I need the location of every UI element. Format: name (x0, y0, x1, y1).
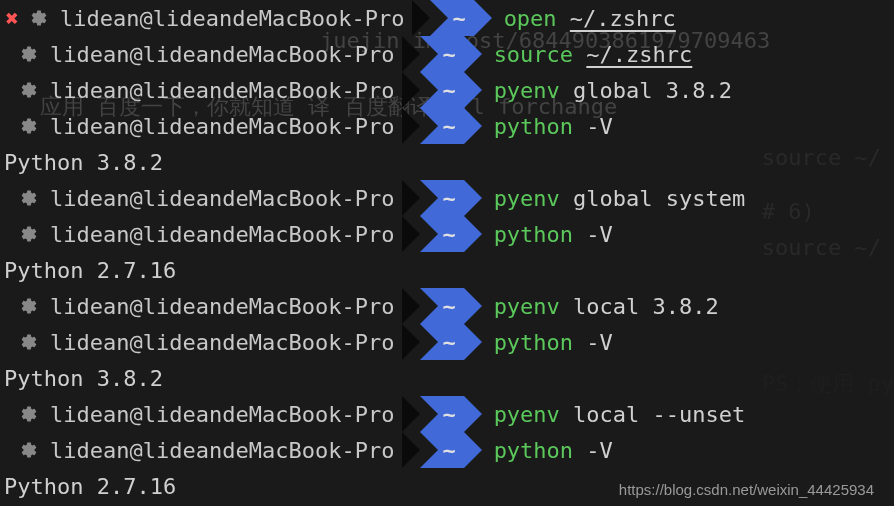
prompt-dir: ~ (438, 432, 463, 468)
command-output: Python 3.8.2 (0, 366, 163, 391)
prompt-dir: ~ (438, 216, 463, 252)
command-name: source (494, 42, 573, 67)
gear-icon (14, 225, 44, 243)
gear-icon (14, 117, 44, 135)
prompt-arrow: ~ (402, 432, 463, 468)
prompt-dir: ~ (438, 72, 463, 108)
terminal-line: lidean@lideandeMacBook-Pro~source ~/.zsh… (0, 36, 894, 72)
gear-icon (14, 45, 44, 63)
terminal-output[interactable]: ✖lidean@lideandeMacBook-Pro~open ~/.zshr… (0, 0, 894, 504)
prompt-dir: ~ (448, 0, 473, 36)
prompt-dir: ~ (438, 36, 463, 72)
gear-icon (14, 441, 44, 459)
gear-icon (14, 405, 44, 423)
prompt-dir: ~ (438, 108, 463, 144)
command-name: open (504, 6, 557, 31)
prompt-arrow: ~ (402, 324, 463, 360)
prompt-arrow: ~ (412, 0, 473, 36)
prompt-user-host: lidean@lideandeMacBook-Pro (50, 114, 394, 139)
command: python -V (494, 438, 613, 463)
terminal-line: Python 3.8.2 (0, 144, 894, 180)
prompt-user-host: lidean@lideandeMacBook-Pro (50, 402, 394, 427)
command-arg: ~/.zshrc (586, 42, 692, 67)
prompt-arrow: ~ (402, 108, 463, 144)
terminal-line: lidean@lideandeMacBook-Pro~pyenv global … (0, 72, 894, 108)
command-arg: -V (586, 222, 613, 247)
prompt-arrow: ~ (402, 180, 463, 216)
command-name: pyenv (494, 294, 560, 319)
command: pyenv local 3.8.2 (494, 294, 719, 319)
command-output: Python 3.8.2 (0, 150, 163, 175)
watermark: https://blog.csdn.net/weixin_44425934 (619, 481, 874, 498)
command: open ~/.zshrc (504, 6, 676, 31)
command: pyenv global 3.8.2 (494, 78, 732, 103)
gear-icon (14, 333, 44, 351)
terminal-line: lidean@lideandeMacBook-Pro~pyenv global … (0, 180, 894, 216)
prompt-user-host: lidean@lideandeMacBook-Pro (60, 6, 404, 31)
prompt-dir: ~ (438, 396, 463, 432)
command-name: python (494, 114, 573, 139)
gear-icon (14, 81, 44, 99)
terminal-line: lidean@lideandeMacBook-Pro~python -V (0, 432, 894, 468)
gear-icon (14, 189, 44, 207)
terminal-line: lidean@lideandeMacBook-Pro~python -V (0, 108, 894, 144)
command-name: pyenv (494, 78, 560, 103)
command: python -V (494, 114, 613, 139)
prompt-user-host: lidean@lideandeMacBook-Pro (50, 222, 394, 247)
prompt-user-host: lidean@lideandeMacBook-Pro (50, 78, 394, 103)
terminal-line: lidean@lideandeMacBook-Pro~pyenv local -… (0, 396, 894, 432)
command: python -V (494, 222, 613, 247)
prompt-arrow: ~ (402, 288, 463, 324)
command-arg: -V (586, 330, 613, 355)
command: python -V (494, 330, 613, 355)
close-icon: ✖ (2, 6, 22, 31)
prompt-user-host: lidean@lideandeMacBook-Pro (50, 186, 394, 211)
command-name: pyenv (494, 402, 560, 427)
command-name: pyenv (494, 186, 560, 211)
command-name: python (494, 438, 573, 463)
gear-icon (24, 9, 54, 27)
prompt-arrow: ~ (402, 216, 463, 252)
command-arg: local --unset (573, 402, 745, 427)
command-arg: global system (573, 186, 745, 211)
prompt-arrow: ~ (402, 72, 463, 108)
terminal-line: lidean@lideandeMacBook-Pro~python -V (0, 324, 894, 360)
command-arg: -V (586, 438, 613, 463)
prompt-dir: ~ (438, 180, 463, 216)
command: pyenv global system (494, 186, 746, 211)
command: source ~/.zshrc (494, 42, 693, 67)
prompt-arrow: ~ (402, 36, 463, 72)
terminal-line: Python 2.7.16 (0, 252, 894, 288)
prompt-user-host: lidean@lideandeMacBook-Pro (50, 42, 394, 67)
command-arg: global 3.8.2 (573, 78, 732, 103)
prompt-arrow: ~ (402, 396, 463, 432)
command-arg: -V (586, 114, 613, 139)
terminal-line: ✖lidean@lideandeMacBook-Pro~open ~/.zshr… (0, 0, 894, 36)
prompt-user-host: lidean@lideandeMacBook-Pro (50, 438, 394, 463)
terminal-line: lidean@lideandeMacBook-Pro~python -V (0, 216, 894, 252)
command: pyenv local --unset (494, 402, 746, 427)
terminal-line: lidean@lideandeMacBook-Pro~pyenv local 3… (0, 288, 894, 324)
command-arg: local 3.8.2 (573, 294, 719, 319)
gear-icon (14, 297, 44, 315)
command-name: python (494, 222, 573, 247)
command-name: python (494, 330, 573, 355)
prompt-user-host: lidean@lideandeMacBook-Pro (50, 330, 394, 355)
prompt-user-host: lidean@lideandeMacBook-Pro (50, 294, 394, 319)
terminal-line: Python 3.8.2 (0, 360, 894, 396)
prompt-dir: ~ (438, 324, 463, 360)
prompt-dir: ~ (438, 288, 463, 324)
command-arg: ~/.zshrc (570, 6, 676, 31)
command-output: Python 2.7.16 (0, 258, 176, 283)
command-output: Python 2.7.16 (0, 474, 176, 499)
